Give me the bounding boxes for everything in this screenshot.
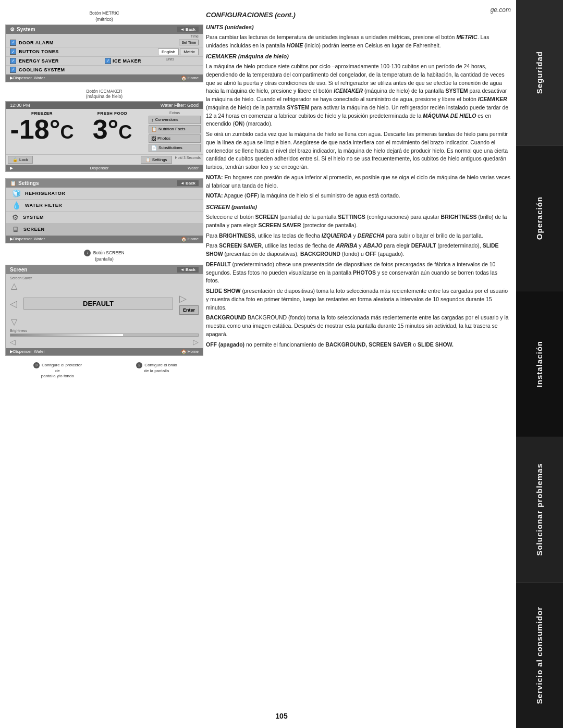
brightness-fill [10, 334, 123, 336]
system-item[interactable]: ⚙ System [6, 212, 203, 224]
screen-item[interactable]: 🖥 Screen [6, 224, 203, 236]
system-back-btn[interactable]: ◄ Back [177, 27, 199, 32]
units-row: English Metric [158, 48, 199, 55]
left-arrow-col: ◁ [10, 298, 17, 310]
sidebar-servicio: Servicio al consumidor [516, 583, 563, 728]
right-enter-col: ▷ Enter [179, 293, 199, 315]
set-time-btn[interactable]: Set Time [179, 40, 199, 45]
nav-arrows-top: △ [10, 281, 199, 291]
sidebar-solucionar-label: Solucionar problemas [535, 463, 544, 556]
screen-dispenser-bar: ▶ Dispenser Water 🏠 Home [6, 348, 203, 355]
background-body: BACKGROUND BACKGROUND (fondo) toma la fo… [206, 314, 511, 338]
right-arrow-icon[interactable]: ▷ [179, 293, 199, 304]
sidebar-servicio-label: Servicio al consumidor [535, 607, 544, 704]
temp-time: 12:00 PM [10, 103, 30, 108]
screen-default-value: Default [23, 298, 173, 310]
system-title-icon: ⚙ [10, 27, 15, 32]
icemaker-caption: Botón ICEMAKER (máquina de hielo) [5, 89, 203, 99]
settings-water-label: Water [34, 237, 45, 241]
units-body: Para cambiar las lecturas de temperatura… [206, 33, 511, 50]
settings-home-label: Home [188, 237, 199, 241]
screen-panel-header: Screen ◄ Back [6, 265, 203, 274]
conversions-btn[interactable]: ↕ Conversions [149, 116, 201, 124]
brightness-left-icon[interactable]: ◁ [10, 338, 16, 346]
settings-panel-title: Settings [18, 180, 39, 186]
substitutions-label: Substitutions [158, 145, 182, 150]
metric-btn[interactable]: Metric [180, 48, 199, 55]
door-alarm-checkbox[interactable]: ✓ [10, 40, 16, 46]
system-home-icon: 🏠 [181, 76, 187, 81]
temp-extras: Extras ↕ Conversions 📋 Nutrition Facts 🖼… [149, 111, 201, 152]
nota1-body: NOTA: En hogares con presión de agua inf… [206, 174, 511, 190]
screen-home-icon: 🏠 [181, 349, 187, 354]
lock-icon: 🔒 [13, 157, 18, 162]
up-arrow-icon[interactable]: △ [11, 281, 17, 291]
system-dispenser-bar: ▶ Dispenser Water 🏠 Home [6, 75, 203, 82]
cooling-system-label: Cooling System [19, 67, 199, 72]
off-body: OFF (apagado) no permite el funcionamien… [206, 341, 511, 349]
settings-icon: 📋 [145, 157, 151, 162]
nav-arrows-bottom: ▽ [10, 317, 199, 327]
energy-saver-checkbox[interactable]: ✓ [10, 58, 16, 64]
settings-label: Settings [152, 157, 167, 162]
substitutions-btn[interactable]: 📄 Substitutions [149, 144, 201, 152]
screen-panel: Screen ◄ Back Screen Saver △ ◁ Default ▷… [5, 265, 203, 356]
left-arrow-icon[interactable]: ◁ [10, 298, 17, 310]
freezer-value: -18°C [10, 116, 74, 143]
screen-subtitle: SCREEN (pantalla) [206, 203, 511, 212]
right-text-column: CONFIGURACIONES (cont.) UNITS (unidades)… [206, 10, 511, 351]
section-title: CONFIGURACIONES (cont.) [206, 10, 511, 20]
refrigerator-item[interactable]: 🧊 Refrigerator [6, 188, 203, 200]
button-tones-checkbox[interactable]: ✓ [10, 48, 16, 55]
sidebar-solucionar: Solucionar problemas [516, 437, 563, 583]
extras-label: Extras [149, 111, 201, 115]
system-item-icon: ⚙ [12, 213, 19, 221]
system-panel: ⚙ System ◄ Back Time ✓ Door Alarm Set Ti… [5, 24, 203, 82]
refrigerator-icon: 🧊 [12, 189, 21, 198]
system-water-label: Water [34, 76, 45, 80]
temp-bottom: 🔒 Lock 📋 Settings Hold 3 Seconds [6, 154, 203, 165]
temp-panel: 12:00 PM Water Filter: Good Freezer -18°… [5, 101, 203, 172]
system-item-label: System [23, 215, 44, 220]
substitutions-icon: 📄 [151, 145, 157, 151]
settings-back-btn[interactable]: ◄ Back [177, 180, 199, 186]
photos-icon: 🖼 [151, 136, 156, 141]
slideshow-body: SLIDE SHOW (presentación de diapositivas… [206, 287, 511, 312]
screen-back-btn[interactable]: ◄ Back [177, 267, 199, 273]
cooling-system-checkbox[interactable]: ✓ [10, 67, 16, 73]
lock-btn[interactable]: 🔒 Lock [8, 156, 33, 164]
screen-dispenser-label: Dispenser [13, 349, 32, 354]
water-filter-icon: 💧 [12, 201, 21, 209]
icemaker-body: La máquina de hielo produce siete cubito… [206, 63, 511, 128]
temp-main: Freezer -18°C Fresh Food 3°C Extras ↕ Co… [6, 109, 203, 154]
nutrition-btn[interactable]: 📋 Nutrition Facts [149, 125, 201, 133]
brightness-arrows: ◁ ▷ [10, 338, 199, 346]
sidebar-operacion-label: Operación [535, 196, 544, 240]
photos-label: Photos [157, 136, 170, 141]
enter-btn[interactable]: Enter [179, 305, 199, 315]
ice-maker-checkbox[interactable]: ✓ [105, 58, 111, 64]
screen-home-label: Home [188, 349, 199, 354]
screen-water-label: Water [34, 349, 45, 354]
caption-item-3: 3 Configure el protector de pantalla y/o… [31, 362, 83, 379]
brightness-right-icon[interactable]: ▷ [193, 338, 199, 346]
caption-3-circle: 3 [33, 362, 40, 368]
screensaver-body: Para SCREEN SAVER, utilice las teclas de… [206, 242, 511, 258]
settings-btn[interactable]: 📋 Settings [141, 156, 172, 164]
photos-btn[interactable]: 🖼 Photos [149, 134, 201, 143]
temp-dispenser-arrow: ▶ [10, 166, 13, 170]
sidebar-operacion: Operación [516, 146, 563, 292]
left-column: Botón METRIC (métrico) ⚙ System ◄ Back T… [5, 10, 203, 379]
page-number: 105 [275, 712, 287, 720]
english-btn[interactable]: English [158, 48, 179, 55]
icemaker-subtitle: ICEMAKER (máquina de hielo) [206, 53, 511, 61]
settings-panel-icon: 📋 [10, 180, 16, 186]
down-arrow-icon[interactable]: ▽ [11, 317, 17, 327]
lock-label: Lock [19, 157, 28, 162]
brightness-label: Brightness [10, 329, 199, 332]
system-panel-header: ⚙ System ◄ Back [6, 25, 203, 34]
screen-item-label: Screen [23, 227, 45, 232]
nota2-body: NOTA: Apague (OFF) la máquina de hielo s… [206, 192, 511, 200]
temp-panel-header: 12:00 PM Water Filter: Good [6, 102, 203, 109]
water-filter-item[interactable]: 💧 Water Filter [6, 200, 203, 212]
